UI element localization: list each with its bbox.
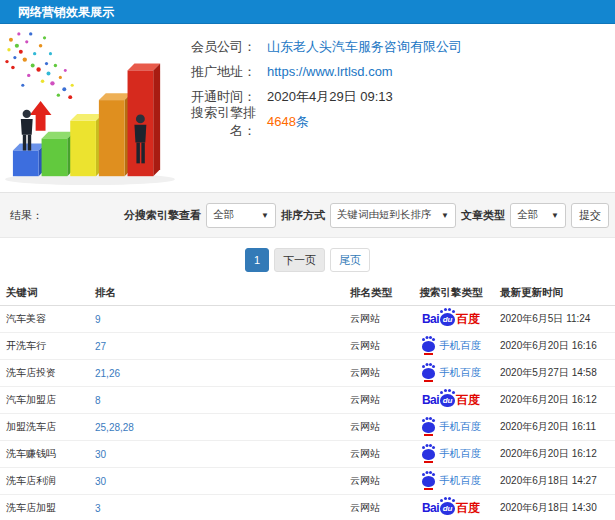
sort-select[interactable]: 关键词由短到长排序 ▼ (330, 203, 456, 228)
app-header: 网络营销效果展示 (0, 0, 615, 24)
time-cell: 2020年6月20日 16:16 (500, 333, 612, 359)
chevron-down-icon: ▼ (545, 211, 559, 220)
mobile-baidu-paw-icon (422, 341, 435, 352)
table-row: 加盟洗车店25,28,28云网站手机百度2020年6月20日 16:11 (0, 414, 615, 441)
summary-panel: 会员公司： 山东老人头汽车服务咨询有限公司 推广地址： https://www.… (0, 24, 615, 192)
time-cell: 2020年6月20日 16:12 (500, 441, 612, 467)
baidu-logo: Baidu百度 (405, 306, 497, 332)
result-label: 结果： (10, 208, 43, 223)
rank-type-cell: 云网站 (350, 360, 405, 386)
baidu-logo: Baidu百度 (405, 387, 497, 413)
company-info-list: 会员公司： 山东老人头汽车服务咨询有限公司 推广地址： https://www.… (168, 34, 598, 134)
chevron-down-icon: ▼ (435, 211, 449, 220)
pagination: 1 下一页 尾页 (0, 246, 615, 274)
rank-link[interactable]: 25,28,28 (95, 414, 215, 440)
baidu-paw-icon: du (440, 394, 455, 407)
keyword-rank-table: 关键词 排名 排名类型 搜索引擎类型 最新更新时间 汽车美容9云网站Baidu百… (0, 280, 615, 520)
engine-filter-label: 分搜索引擎查看 (124, 208, 201, 223)
info-row-url: 推广地址： https://www.lrtlsd.com (168, 59, 598, 84)
filter-bar: 结果： 分搜索引擎查看 全部 ▼ 排序方式 关键词由短到长排序 ▼ 文章类型 全… (0, 192, 615, 238)
baidu-cn-text: 百度 (456, 311, 480, 328)
mobile-baidu-text: 手机百度 (439, 474, 481, 488)
sort-select-value: 关键词由短到长排序 (337, 208, 432, 222)
baidu-logo: Baidu百度 (405, 495, 497, 520)
confetti-dots (5, 32, 73, 99)
keyword-cell: 加盟洗车店 (6, 414, 91, 440)
rank-type-cell: 云网站 (350, 306, 405, 332)
growth-chart-illustration (0, 26, 178, 192)
header-update-time: 最新更新时间 (500, 280, 612, 305)
open-time-value: 2020年4月29日 09:13 (267, 88, 393, 106)
rank-link[interactable]: 8 (95, 387, 215, 413)
mobile-baidu-text: 手机百度 (439, 420, 481, 434)
rank-type-cell: 云网站 (350, 468, 405, 494)
rank-count-unit: 条 (296, 113, 309, 131)
rank-type-cell: 云网站 (350, 387, 405, 413)
rank-link[interactable]: 27 (95, 333, 215, 359)
baidu-bai-text: Bai (422, 393, 439, 407)
table-row: 洗车店投资21,26云网站手机百度2020年5月27日 14:58 (0, 360, 615, 387)
article-type-select[interactable]: 全部 ▼ (510, 203, 566, 228)
promo-url-link[interactable]: https://www.lrtlsd.com (267, 64, 393, 79)
engine-select[interactable]: 全部 ▼ (206, 203, 276, 228)
mobile-baidu-logo: 手机百度 (405, 360, 497, 386)
keyword-cell: 汽车美容 (6, 306, 91, 332)
page-1-button[interactable]: 1 (245, 248, 269, 272)
rank-link[interactable]: 3 (95, 495, 215, 520)
rank-link[interactable]: 21,26 (95, 360, 215, 386)
table-row: 开洗车行27云网站手机百度2020年6月20日 16:16 (0, 333, 615, 360)
mobile-baidu-paw-icon (422, 476, 435, 487)
next-page-button[interactable]: 下一页 (274, 248, 325, 272)
table-header-row: 关键词 排名 排名类型 搜索引擎类型 最新更新时间 (0, 280, 615, 306)
header-rank-type: 排名类型 (350, 280, 405, 305)
time-cell: 2020年6月5日 11:24 (500, 306, 612, 332)
keyword-cell: 洗车店加盟 (6, 495, 91, 520)
company-label: 会员公司： (168, 38, 256, 56)
time-cell: 2020年5月27日 14:58 (500, 360, 612, 386)
header-engine-type: 搜索引擎类型 (405, 280, 497, 305)
mobile-baidu-text: 手机百度 (439, 339, 481, 353)
baidu-paw-icon: du (440, 313, 455, 326)
rank-link[interactable]: 9 (95, 306, 215, 332)
info-row-company: 会员公司： 山东老人头汽车服务咨询有限公司 (168, 34, 598, 59)
mobile-baidu-paw-icon (422, 449, 435, 460)
table-row: 洗车店加盟3云网站Baidu百度2020年6月18日 14:30 (0, 495, 615, 520)
mobile-baidu-paw-icon (422, 368, 435, 379)
article-type-select-value: 全部 (517, 208, 538, 222)
time-cell: 2020年6月20日 16:12 (500, 387, 612, 413)
company-name-link[interactable]: 山东老人头汽车服务咨询有限公司 (267, 38, 462, 56)
baidu-bai-text: Bai (422, 501, 439, 515)
mobile-baidu-logo: 手机百度 (405, 441, 497, 467)
rank-type-cell: 云网站 (350, 441, 405, 467)
promo-url-label: 推广地址： (168, 63, 256, 81)
rank-link[interactable]: 30 (95, 441, 215, 467)
info-row-rank-count: 搜索引擎排名： 4648 条 (168, 109, 598, 134)
time-cell: 2020年6月20日 16:11 (500, 414, 612, 440)
engine-select-value: 全部 (213, 208, 234, 222)
filter-group: 分搜索引擎查看 全部 ▼ 排序方式 关键词由短到长排序 ▼ 文章类型 全部 ▼ … (124, 203, 609, 228)
submit-button[interactable]: 提交 (571, 203, 609, 228)
mobile-baidu-logo: 手机百度 (405, 333, 497, 359)
rank-count-value: 4648 (267, 114, 296, 129)
keyword-cell: 洗车赚钱吗 (6, 441, 91, 467)
time-cell: 2020年6月18日 14:30 (500, 495, 612, 520)
sort-filter-label: 排序方式 (281, 208, 325, 223)
time-cell: 2020年6月18日 14:27 (500, 468, 612, 494)
header-keyword: 关键词 (6, 280, 91, 305)
keyword-cell: 开洗车行 (6, 333, 91, 359)
keyword-cell: 汽车加盟店 (6, 387, 91, 413)
mobile-baidu-text: 手机百度 (439, 366, 481, 380)
mobile-baidu-text: 手机百度 (439, 447, 481, 461)
keyword-cell: 洗车店利润 (6, 468, 91, 494)
table-body: 汽车美容9云网站Baidu百度2020年6月5日 11:24开洗车行27云网站手… (0, 306, 615, 520)
last-page-button[interactable]: 尾页 (330, 248, 370, 272)
baidu-cn-text: 百度 (456, 392, 480, 409)
baidu-paw-icon: du (440, 502, 455, 515)
table-row: 洗车赚钱吗30云网站手机百度2020年6月20日 16:12 (0, 441, 615, 468)
rank-link[interactable]: 30 (95, 468, 215, 494)
baidu-cn-text: 百度 (456, 500, 480, 517)
table-row: 洗车店利润30云网站手机百度2020年6月18日 14:27 (0, 468, 615, 495)
mobile-baidu-paw-icon (422, 422, 435, 433)
mobile-baidu-logo: 手机百度 (405, 468, 497, 494)
rank-type-cell: 云网站 (350, 414, 405, 440)
